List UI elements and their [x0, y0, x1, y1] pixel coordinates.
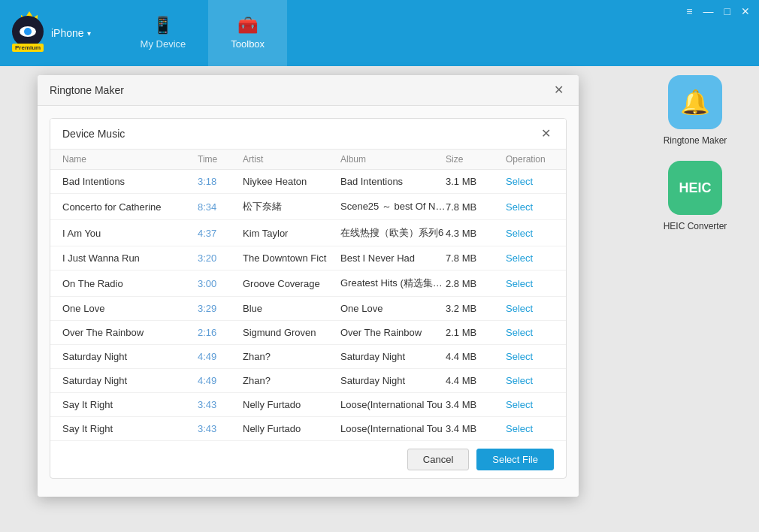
cell-name: Saturday Night — [62, 375, 198, 386]
toolbox-icon: 🧰 — [237, 17, 258, 34]
cell-time: 3:43 — [198, 399, 243, 410]
cell-time: 3:43 — [198, 423, 243, 434]
cell-album: Bad Intentions — [340, 176, 446, 187]
outer-dialog-title: Ringtone Maker — [50, 84, 124, 96]
device-music-dialog: Device Music ✕ Name Time Artist Album Si… — [50, 118, 567, 479]
select-button[interactable]: Select — [506, 278, 566, 289]
cell-size: 4.4 MB — [446, 351, 506, 362]
cell-album: One Love — [340, 303, 446, 314]
cell-size: 3.4 MB — [446, 423, 506, 434]
cell-name: One Love — [62, 303, 198, 314]
table-row: I Just Wanna Run 3:20 The Downtown Fict … — [50, 246, 566, 271]
select-button[interactable]: Select — [506, 399, 566, 410]
cell-artist: Zhan? — [243, 351, 340, 362]
device-name: iPhone — [51, 27, 84, 39]
right-tools-panel: 🔔 Ringtone Maker HEIC HEIC Converter — [661, 75, 729, 231]
logo-circle — [12, 16, 44, 47]
cell-album: Scene25 ～ best Of Nao I — [340, 200, 446, 213]
select-button[interactable]: Select — [506, 176, 566, 187]
ringtone-maker-label: Ringtone Maker — [664, 135, 727, 146]
cell-album: Greatest Hits (精选集唱) — [340, 277, 446, 290]
inner-dialog-title: Device Music — [62, 128, 125, 140]
cell-artist: Zhan? — [243, 375, 340, 386]
close-button[interactable]: ✕ — [741, 6, 750, 17]
cell-name: Saturday Night — [62, 351, 198, 362]
heic-converter-icon: HEIC — [668, 161, 722, 215]
cell-name: Bad Intentions — [62, 176, 198, 187]
select-button[interactable]: Select — [506, 201, 566, 213]
select-button[interactable]: Select — [506, 351, 566, 362]
cell-album: Over The Rainbow — [340, 327, 446, 338]
table-row: One Love 3:29 Blue One Love 3.2 MB Selec… — [50, 297, 566, 321]
cell-name: I Just Wanna Run — [62, 252, 198, 264]
app-icon: Premium — [12, 16, 47, 50]
cell-size: 4.3 MB — [446, 228, 506, 239]
cell-artist: The Downtown Fict — [243, 252, 340, 264]
tab-my-device[interactable]: 📱 My Device — [118, 0, 209, 66]
select-button[interactable]: Select — [506, 375, 566, 386]
cell-time: 4:37 — [198, 228, 243, 239]
cell-album: 在线热搜（欧美）系列6 — [340, 226, 446, 240]
pupil — [24, 28, 32, 35]
inner-dialog-close-button[interactable]: ✕ — [538, 126, 554, 141]
cell-name: On The Radio — [62, 278, 198, 289]
tab-toolbox[interactable]: 🧰 Toolbox — [208, 0, 287, 66]
inner-dialog-header: Device Music ✕ — [50, 119, 566, 150]
dialog-bottom-buttons: Cancel Select File — [50, 441, 566, 478]
cell-time: 2:16 — [198, 327, 243, 338]
table-body: Bad Intentions 3:18 Niykee Heaton Bad In… — [50, 170, 566, 441]
select-button[interactable]: Select — [506, 303, 566, 314]
select-button[interactable]: Select — [506, 327, 566, 338]
cell-name: I Am You — [62, 228, 198, 239]
select-button[interactable]: Select — [506, 252, 566, 264]
nav-tabs: 📱 My Device 🧰 Toolbox — [118, 0, 288, 66]
table-row: Say It Right 3:43 Nelly Furtado Loose(In… — [50, 417, 566, 441]
cell-size: 2.8 MB — [446, 278, 506, 289]
cell-album: Best I Never Had — [340, 252, 446, 264]
cancel-button[interactable]: Cancel — [407, 449, 469, 470]
heic-converter-label: HEIC Converter — [664, 221, 727, 231]
table-row: Saturday Night 4:49 Zhan? Saturday Night… — [50, 369, 566, 393]
cell-album: Saturday Night — [340, 351, 446, 362]
app-logo: Premium iPhone ▾ — [0, 0, 103, 66]
outer-dialog-body: Device Music ✕ Name Time Artist Album Si… — [38, 106, 579, 497]
cell-time: 8:34 — [198, 201, 243, 213]
heic-converter-tool[interactable]: HEIC HEIC Converter — [661, 161, 729, 231]
cell-time: 3:29 — [198, 303, 243, 314]
ringtone-maker-dialog: Ringtone Maker ✕ Device Music ✕ Name Tim… — [38, 75, 579, 497]
cell-size: 7.8 MB — [446, 252, 506, 264]
col-header-time: Time — [198, 154, 243, 165]
select-file-button[interactable]: Select File — [476, 449, 554, 470]
cell-artist: Blue — [243, 303, 340, 314]
minimize-button[interactable]: — — [703, 6, 714, 17]
table-row: Concerto for Catherine 8:34 松下奈緒 Scene25… — [50, 194, 566, 220]
cell-time: 4:49 — [198, 375, 243, 386]
col-header-album: Album — [340, 154, 446, 165]
tab-toolbox-label: Toolbox — [231, 38, 265, 50]
table-header: Name Time Artist Album Size Operation — [50, 150, 566, 170]
ringtone-maker-tool[interactable]: 🔔 Ringtone Maker — [661, 75, 729, 146]
table-row: Over The Rainbow 2:16 Sigmund Groven Ove… — [50, 321, 566, 345]
tab-my-device-label: My Device — [141, 38, 186, 50]
cell-artist: Niykee Heaton — [243, 176, 340, 187]
ringtone-maker-icon: 🔔 — [668, 75, 722, 129]
window-controls: ≡ — □ ✕ — [686, 6, 750, 17]
outer-dialog-close-button[interactable]: ✕ — [551, 83, 567, 98]
cell-artist: 松下奈緒 — [243, 200, 340, 213]
music-table: Name Time Artist Album Size Operation Ba… — [50, 150, 566, 441]
select-button[interactable]: Select — [506, 423, 566, 434]
cell-size: 7.8 MB — [446, 201, 506, 213]
col-header-artist: Artist — [243, 154, 340, 165]
main-content: Ringtone Maker ✕ Device Music ✕ Name Tim… — [0, 66, 759, 532]
device-label[interactable]: iPhone ▾ — [51, 27, 91, 39]
cell-time: 3:00 — [198, 278, 243, 289]
cell-size: 3.1 MB — [446, 176, 506, 187]
cell-artist: Groove Coverage — [243, 278, 340, 289]
table-row: Say It Right 3:43 Nelly Furtado Loose(In… — [50, 393, 566, 417]
cell-name: Concerto for Catherine — [62, 201, 198, 213]
select-button[interactable]: Select — [506, 228, 566, 239]
hamburger-icon[interactable]: ≡ — [686, 6, 692, 17]
cell-album: Loose(International Tou — [340, 423, 446, 434]
table-row: I Am You 4:37 Kim Taylor 在线热搜（欧美）系列6 4.3… — [50, 220, 566, 246]
maximize-button[interactable]: □ — [724, 6, 730, 17]
